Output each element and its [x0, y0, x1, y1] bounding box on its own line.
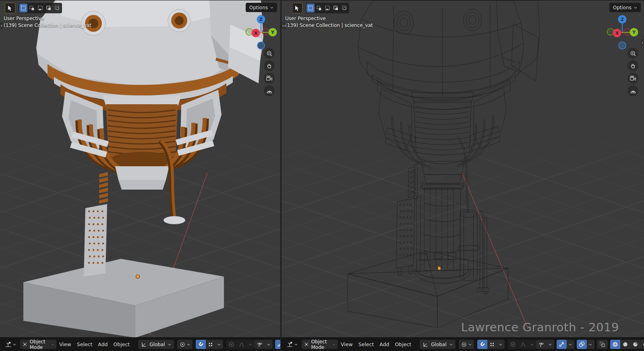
- pivot-point-dropdown[interactable]: [459, 340, 474, 349]
- menu-add[interactable]: Add: [95, 341, 110, 347]
- select-extend-button[interactable]: [315, 4, 323, 12]
- select-intersect-button[interactable]: [340, 4, 348, 12]
- snap-options-chevron[interactable]: [215, 340, 223, 349]
- svg-text:X: X: [615, 31, 619, 35]
- axis-neg-z-ball[interactable]: [619, 42, 626, 49]
- camera-view-button[interactable]: [627, 73, 638, 84]
- viewport-right-wireframe[interactable]: Options User Perspective (139) Scene Col…: [281, 0, 644, 351]
- select-intersect-button[interactable]: [53, 4, 61, 12]
- shading-rendered-button[interactable]: [640, 340, 644, 349]
- menu-object[interactable]: Object: [111, 341, 133, 347]
- select-box-icon: [308, 5, 313, 11]
- orientation-axes-icon: [422, 342, 428, 347]
- svg-text:Y: Y: [271, 30, 274, 35]
- shading-material-button[interactable]: [630, 340, 640, 349]
- pan-button[interactable]: [627, 60, 638, 71]
- tweak-tool-button[interactable]: [5, 3, 15, 13]
- blender-window: Options User Perspective (139) Scene Col…: [0, 0, 644, 351]
- select-set-button[interactable]: [19, 4, 27, 12]
- 3d-scene-wireframe[interactable]: [282, 0, 644, 338]
- options-button[interactable]: Options: [609, 3, 641, 12]
- select-subtract-icon: [37, 5, 43, 11]
- select-extend-button[interactable]: [28, 4, 36, 12]
- proportional-edit-button[interactable]: [508, 340, 518, 349]
- orientation-label: Global: [148, 342, 166, 347]
- mode-dropdown[interactable]: Object Mode: [302, 340, 338, 349]
- show-overlays-chevron[interactable]: [587, 340, 594, 349]
- zoom-button[interactable]: [627, 48, 638, 59]
- chevron-down-icon: [449, 343, 453, 346]
- shading-wireframe-button[interactable]: [610, 340, 620, 349]
- select-difference-button[interactable]: [45, 4, 53, 12]
- tweak-tool-button[interactable]: [292, 3, 302, 13]
- menu-select[interactable]: Select: [74, 341, 95, 347]
- object-visibility-button[interactable]: [255, 340, 265, 349]
- object-visibility-chevron[interactable]: [265, 340, 273, 349]
- falloff-chevron[interactable]: [247, 340, 255, 349]
- menu-select[interactable]: Select: [356, 341, 377, 347]
- object-visibility-button[interactable]: [536, 340, 547, 349]
- chevron-down-icon: [270, 6, 273, 9]
- editor-type-button[interactable]: [285, 341, 299, 347]
- show-gizmo-toggle[interactable]: [275, 340, 281, 349]
- pan-button[interactable]: [264, 60, 275, 71]
- menu-view[interactable]: View: [56, 341, 74, 347]
- show-gizmo-group: [557, 340, 574, 349]
- select-extend-icon: [316, 5, 322, 11]
- axis-neg-x-ball[interactable]: [624, 29, 631, 35]
- viewport-nav-buttons: [627, 48, 638, 96]
- region-collapse-arrow[interactable]: ‹›: [282, 22, 286, 29]
- svg-text:Z: Z: [259, 17, 263, 22]
- falloff-button[interactable]: [518, 340, 528, 349]
- snap-toggle-button[interactable]: [196, 340, 206, 349]
- select-set-button[interactable]: [306, 4, 315, 12]
- scene-breadcrumb: (139) Scene Collection | science_vat: [285, 23, 373, 28]
- options-button[interactable]: Options: [246, 3, 277, 12]
- snap-options-chevron[interactable]: [497, 340, 505, 349]
- chevron-down-icon: [549, 343, 552, 346]
- solid-sphere-icon: [622, 341, 628, 347]
- snap-target-button[interactable]: [487, 340, 497, 349]
- show-gizmo-toggle[interactable]: [557, 340, 567, 349]
- select-difference-button[interactable]: [332, 4, 340, 12]
- falloff-button[interactable]: [236, 340, 247, 349]
- show-overlays-toggle[interactable]: [577, 340, 587, 349]
- wireframe-sphere-icon: [612, 341, 618, 347]
- viewport-left-solid[interactable]: Options User Perspective (139) Scene Col…: [0, 0, 281, 351]
- region-expand-arrow[interactable]: ›: [0, 22, 3, 29]
- menu-view[interactable]: View: [338, 341, 356, 347]
- sidebar-toggle-arrow[interactable]: ‹: [641, 39, 644, 46]
- grid-dome-icon: [266, 88, 273, 94]
- orthographic-toggle-button[interactable]: [627, 85, 638, 96]
- select-subtract-button[interactable]: [323, 4, 331, 12]
- xray-toggle-button[interactable]: [597, 340, 608, 349]
- orientation-dropdown[interactable]: Global: [420, 340, 455, 349]
- select-intersect-icon: [54, 5, 60, 11]
- select-extend-icon: [29, 5, 35, 11]
- orthographic-toggle-button[interactable]: [264, 85, 275, 96]
- snap-target-button[interactable]: [206, 340, 215, 349]
- mode-label: Object Mode: [310, 339, 331, 350]
- pivot-point-dropdown[interactable]: [177, 340, 193, 349]
- mode-dropdown[interactable]: Object Mode: [20, 340, 56, 349]
- object-visibility-chevron[interactable]: [547, 340, 554, 349]
- transform-cluster: Global: [138, 340, 254, 349]
- select-difference-icon: [46, 5, 52, 11]
- camera-view-button[interactable]: [264, 73, 275, 84]
- zoom-button[interactable]: [264, 48, 275, 59]
- orientation-dropdown[interactable]: Global: [138, 340, 174, 349]
- select-subtract-button[interactable]: [36, 4, 44, 12]
- display-cluster: [255, 340, 281, 349]
- menu-object[interactable]: Object: [392, 341, 414, 347]
- falloff-chevron[interactable]: [528, 340, 536, 349]
- proportional-edit-button[interactable]: [226, 340, 236, 349]
- options-label: Options: [249, 5, 268, 10]
- chevron-down-icon: [168, 343, 171, 346]
- shading-solid-button[interactable]: [620, 340, 630, 349]
- show-gizmo-chevron[interactable]: [567, 340, 574, 349]
- axis-neg-x-ball[interactable]: [263, 29, 269, 35]
- editor-type-button[interactable]: [3, 341, 18, 347]
- snap-toggle-button[interactable]: [477, 340, 487, 349]
- menu-add[interactable]: Add: [377, 341, 392, 347]
- select-subtract-icon: [325, 5, 330, 11]
